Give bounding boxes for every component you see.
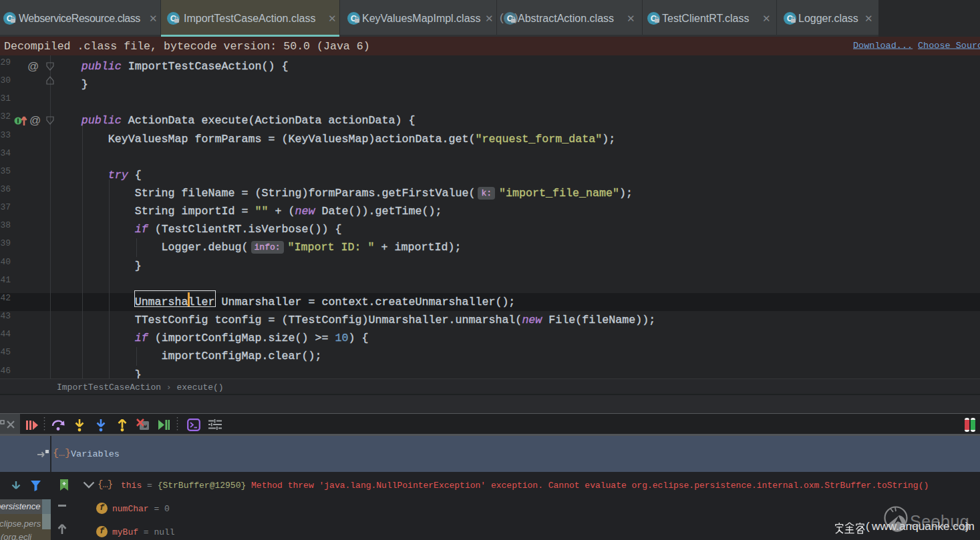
svg-text:Seebug: Seebug <box>910 512 969 531</box>
